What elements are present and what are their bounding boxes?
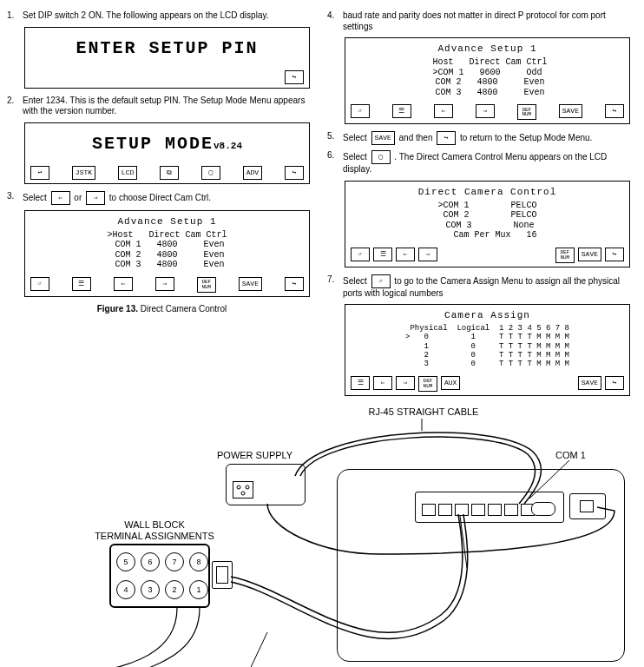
label-power-supply: POWER SUPPLY [217, 450, 292, 460]
svg-line-10 [240, 632, 267, 667]
svg-point-0 [237, 485, 240, 489]
com-ports [422, 504, 535, 516]
svg-point-1 [246, 485, 249, 489]
left-arrow-icon[interactable]: ⇐ [396, 248, 415, 261]
menu-icon[interactable]: ☰ [351, 376, 370, 390]
step-text: Set DIP switch 2 ON. The following appea… [23, 10, 317, 22]
return-icon[interactable]: ↪ [285, 277, 304, 291]
step-text: Select SAVE and then ↪ to return to the … [343, 131, 637, 145]
right-arrow-icon[interactable]: ⇒ [155, 277, 174, 291]
lcd-body: >Host Direct Cam Ctrl COM 1 4800 Even CO… [30, 228, 304, 274]
lcd-subtitle: Advance Setup 1 [351, 43, 624, 56]
step-3: 3. Select ⇐ or ⇒ to choose Direct Cam Ct… [7, 191, 317, 205]
label-wall-block-2: TERMINAL ASSIGNMENTS [76, 531, 233, 541]
com-port [504, 504, 518, 516]
lcd-button[interactable]: LCD [118, 166, 137, 180]
power-plug-icon [233, 481, 253, 499]
label-wall-block-1: WALL BLOCK [76, 519, 233, 530]
hand-icon[interactable]: ☞ [351, 248, 370, 261]
step-7: 7. Select ☞ to go to the Camera Assign M… [327, 274, 637, 300]
save-button[interactable]: SAVE [371, 131, 395, 145]
defnum-button[interactable]: DEF NUM [418, 376, 437, 392]
lcd-button-row: ☰ ⇐ ⇒ DEF NUM AUX SAVE ↪ [351, 373, 624, 392]
terminal-2: 2 [165, 580, 184, 599]
step-number: 7. [327, 274, 338, 284]
left-arrow-icon[interactable]: ⇐ [114, 277, 133, 291]
step-number: 4. [327, 10, 338, 20]
left-arrow-icon[interactable]: ⇐ [51, 191, 70, 205]
return-icon[interactable]: ↪ [605, 104, 624, 118]
step-text: Select ⇐ or ⇒ to choose Direct Cam Ctrl. [23, 191, 317, 205]
label-rj45-top: RJ-45 STRAIGHT CABLE [337, 406, 510, 417]
step-text: Enter 1234. This is the default setup PI… [23, 96, 317, 117]
split-icon[interactable]: ⧉ [160, 166, 179, 180]
figure-caption: Figure 13. Direct Camera Control [7, 304, 317, 314]
lcd-subtitle: Direct Camera Control [351, 187, 624, 199]
lcd-body: Physical Logical 1 2 3 4 5 6 7 8 > 0 1 T… [351, 322, 624, 373]
lcd-button-row: ☞ ☰ ⇐ ⇒ DEF NUM SAVE ↪ [351, 244, 624, 263]
return-icon[interactable]: ↪ [285, 166, 304, 180]
defnum-button[interactable]: DEF NUM [197, 277, 216, 293]
save-button[interactable]: SAVE [239, 277, 262, 291]
defnum-button[interactable]: DEF NUM [517, 104, 536, 120]
right-column: 4. baud rate and parity does not matter … [327, 7, 637, 403]
lcd-subtitle: Advance Setup 1 [30, 216, 304, 228]
back-icon[interactable]: ↩ [30, 166, 49, 180]
terminal-4: 4 [116, 580, 135, 599]
step-1: 1. Set DIP switch 2 ON. The following ap… [7, 10, 317, 22]
cam-icon[interactable]: ▢ [201, 166, 220, 180]
terminal-8: 8 [189, 552, 208, 571]
return-icon[interactable]: ↪ [605, 376, 624, 390]
adv-button[interactable]: ADV [243, 166, 262, 180]
terminal-5: 5 [116, 552, 135, 571]
right-arrow-icon[interactable]: ⇒ [86, 191, 105, 205]
step-6: 6. Select ▢ . The Direct Camera Control … [327, 150, 637, 175]
terminal-block: 5 6 7 8 4 3 2 1 [109, 544, 210, 608]
hand-icon[interactable]: ☞ [351, 104, 370, 118]
lcd-title: ENTER SETUP PIN [30, 33, 304, 67]
lcd-camera-assign: Camera Assign Physical Logical 1 2 3 4 5… [345, 304, 630, 396]
defnum-button[interactable]: DEF NUM [555, 248, 575, 263]
com-port [422, 504, 436, 516]
step-number: 2. [7, 96, 17, 105]
com-port [471, 504, 485, 516]
lcd-button-row: ☞ ☰ ⇐ ⇒ DEF NUM SAVE ↪ [30, 274, 304, 293]
return-icon[interactable]: ↪ [437, 131, 456, 145]
lcd-button-row: ☞ ☰ ⇐ ⇒ DEF NUM SAVE ↪ [351, 101, 624, 120]
terminal-6: 6 [141, 552, 160, 571]
jstk-button[interactable]: JSTK [72, 166, 95, 180]
terminal-3: 3 [141, 580, 160, 599]
com-port [488, 504, 502, 516]
step-number: 3. [7, 191, 17, 201]
menu-icon[interactable]: ☰ [373, 248, 392, 261]
lcd-subtitle: Camera Assign [351, 310, 624, 322]
save-button[interactable]: SAVE [578, 376, 601, 390]
terminal-7: 7 [165, 552, 184, 571]
right-arrow-icon[interactable]: ⇒ [476, 104, 495, 118]
svg-point-2 [241, 492, 245, 495]
menu-icon[interactable]: ☰ [392, 104, 411, 118]
return-icon[interactable]: ↪ [285, 70, 304, 84]
hand-icon[interactable]: ☞ [30, 277, 49, 291]
aux-button[interactable]: AUX [441, 376, 460, 390]
save-button[interactable]: SAVE [578, 248, 601, 261]
lcd-direct-camera-control: Direct Camera Control >COM 1 PELCO COM 2… [345, 181, 630, 267]
cam-icon[interactable]: ▢ [371, 150, 391, 164]
serial-port [531, 502, 555, 516]
right-arrow-icon[interactable]: ⇒ [418, 248, 437, 261]
terminal-1: 1 [189, 580, 208, 599]
lcd-body: >COM 1 PELCO COM 2 PELCO COM 3 None Cam … [351, 199, 624, 244]
hand-icon[interactable]: ☞ [371, 274, 391, 288]
power-jack [580, 500, 594, 512]
step-number: 5. [327, 131, 338, 141]
step-number: 1. [7, 10, 17, 20]
com-port [438, 504, 452, 516]
menu-icon[interactable]: ☰ [72, 277, 91, 291]
lcd-button-row: ↪ [30, 67, 304, 84]
left-arrow-icon[interactable]: ⇐ [373, 376, 392, 390]
return-icon[interactable]: ↪ [605, 248, 624, 261]
save-button[interactable]: SAVE [559, 104, 582, 118]
right-arrow-icon[interactable]: ⇒ [396, 376, 415, 390]
step-text: baud rate and parity does not matter in … [343, 10, 637, 32]
left-arrow-icon[interactable]: ⇐ [434, 104, 453, 118]
